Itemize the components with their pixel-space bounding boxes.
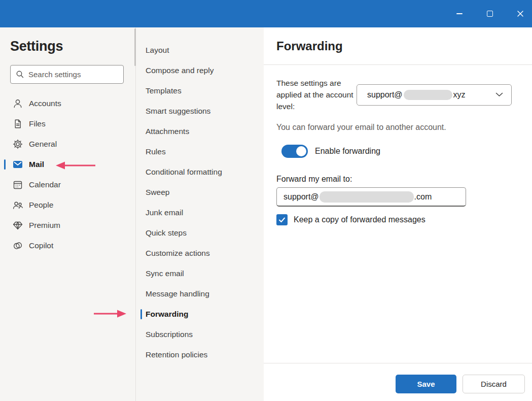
nav-item-quick-steps[interactable]: Quick steps [136, 223, 264, 243]
nav-item-label: Junk email [146, 208, 183, 217]
close-button[interactable] [509, 0, 532, 27]
sidebar-nav: AccountsFilesGeneralMailCalendarPeoplePr… [4, 93, 135, 256]
search-icon [16, 70, 24, 79]
window-titlebar [0, 0, 532, 27]
calendar-icon [12, 179, 23, 190]
nav-item-sync-email[interactable]: Sync email [136, 263, 264, 284]
nav-item-label: Templates [146, 86, 182, 95]
sidebar-item-general[interactable]: General [4, 134, 135, 154]
selection-indicator [4, 159, 6, 170]
keep-copy-label: Keep a copy of forwarded messages [294, 215, 425, 224]
close-icon [517, 10, 524, 17]
forwarding-description: You can forward your email to another ac… [276, 123, 519, 132]
nav-item-junk-email[interactable]: Junk email [136, 203, 264, 223]
nav-item-rules[interactable]: Rules [136, 142, 264, 162]
maximize-icon [487, 11, 493, 17]
sidebar-item-label: Files [29, 119, 46, 128]
person-icon [12, 98, 23, 109]
discard-button[interactable]: Discard [463, 375, 525, 393]
sidebar-item-label: Premium [29, 221, 60, 230]
account-level-row: These settings are applied at the accoun… [276, 77, 519, 112]
nav-item-label: Retention policies [146, 350, 207, 359]
nav-item-label: Subscriptions [146, 330, 193, 339]
save-button[interactable]: Save [396, 375, 456, 393]
nav-item-label: Attachments [146, 127, 189, 136]
forwarding-panel: Forwarding These settings are applied at… [264, 27, 532, 401]
forward-email-label: Forward my email to: [276, 175, 519, 184]
toggle-knob [296, 146, 306, 156]
selection-indicator [140, 309, 142, 319]
sidebar-item-mail[interactable]: Mail [4, 154, 135, 175]
nav-item-label: Smart suggestions [146, 107, 210, 116]
diamond-icon [12, 220, 23, 231]
people-icon [12, 199, 23, 211]
nav-item-smart-suggestions[interactable]: Smart suggestions [136, 101, 264, 121]
account-dropdown[interactable]: support@xyz [357, 84, 512, 106]
maximize-button[interactable] [478, 0, 502, 27]
settings-window: Settings AccountsFilesGeneralMailCalenda… [0, 27, 532, 401]
nav-item-label: Forwarding [146, 310, 188, 319]
chevron-down-icon [495, 92, 503, 97]
enable-forwarding-label: Enable forwarding [315, 147, 380, 156]
search-input[interactable] [28, 70, 119, 79]
account-dropdown-value: support@xyz [367, 90, 495, 100]
mail-settings-nav: LayoutCompose and replyTemplatesSmart su… [136, 27, 264, 401]
sidebar-item-calendar[interactable]: Calendar [4, 175, 135, 195]
nav-item-forwarding[interactable]: Forwarding [136, 304, 264, 324]
panel-footer: Save Discard [264, 363, 532, 401]
redacted-account-domain [404, 90, 452, 100]
sidebar-item-premium[interactable]: Premium [4, 215, 135, 236]
minimize-button[interactable] [448, 0, 471, 27]
forward-email-tld: .com [414, 192, 432, 202]
nav-item-label: Message handling [146, 289, 209, 298]
minimize-icon [456, 13, 463, 14]
nav-item-compose-and-reply[interactable]: Compose and reply [136, 60, 264, 81]
nav-item-label: Layout [146, 46, 169, 55]
nav-item-templates[interactable]: Templates [136, 81, 264, 101]
sidebar-item-label: Mail [29, 160, 44, 169]
keep-copy-row: Keep a copy of forwarded messages [276, 214, 519, 225]
mail-icon [12, 159, 23, 170]
panel-body: These settings are applied at the accoun… [264, 65, 532, 225]
nav-item-conditional-formatting[interactable]: Conditional formatting [136, 162, 264, 182]
nav-item-customize-actions[interactable]: Customize actions [136, 243, 264, 263]
gear-icon [12, 139, 23, 150]
sidebar-item-people[interactable]: People [4, 195, 135, 215]
sidebar-item-accounts[interactable]: Accounts [4, 93, 135, 114]
file-icon [12, 118, 23, 129]
nav-item-label: Compose and reply [146, 66, 214, 75]
sidebar-item-copilot[interactable]: Copilot [4, 236, 135, 256]
forward-email-input[interactable]: support@.com [276, 187, 466, 207]
sidebar-item-files[interactable]: Files [4, 114, 135, 134]
sidebar-item-label: Accounts [29, 99, 61, 108]
checkmark-icon [278, 217, 286, 223]
nav-item-label: Customize actions [146, 249, 210, 258]
nav-item-subscriptions[interactable]: Subscriptions [136, 324, 264, 345]
enable-forwarding-toggle[interactable] [281, 145, 308, 158]
panel-header: Forwarding [264, 27, 532, 65]
nav-item-label: Quick steps [146, 228, 187, 238]
enable-forwarding-row: Enable forwarding [276, 145, 519, 158]
sidebar-item-label: People [29, 201, 53, 210]
nav-item-message-handling[interactable]: Message handling [136, 284, 264, 304]
search-settings-box[interactable] [10, 65, 124, 84]
nav-item-label: Rules [146, 147, 166, 156]
forward-email-value: support@ [283, 192, 319, 202]
account-level-label: These settings are applied at the accoun… [276, 77, 357, 112]
nav-item-label: Sweep [146, 188, 169, 197]
nav-item-retention-policies[interactable]: Retention policies [136, 345, 264, 365]
settings-sidebar: Settings AccountsFilesGeneralMailCalenda… [0, 27, 136, 401]
nav-item-attachments[interactable]: Attachments [136, 121, 264, 142]
settings-page-title: Settings [10, 39, 135, 54]
redacted-forward-domain [320, 191, 414, 203]
sidebar-item-label: General [29, 140, 57, 149]
nav-item-sweep[interactable]: Sweep [136, 182, 264, 203]
sidebar-item-label: Calendar [29, 180, 61, 189]
nav-item-label: Sync email [146, 269, 184, 278]
panel-title: Forwarding [276, 39, 343, 53]
keep-copy-checkbox[interactable] [276, 214, 288, 225]
nav-item-label: Conditional formatting [146, 168, 222, 177]
sidebar-item-label: Copilot [29, 241, 53, 250]
copilot-icon [12, 240, 23, 251]
nav-item-layout[interactable]: Layout [136, 40, 264, 60]
